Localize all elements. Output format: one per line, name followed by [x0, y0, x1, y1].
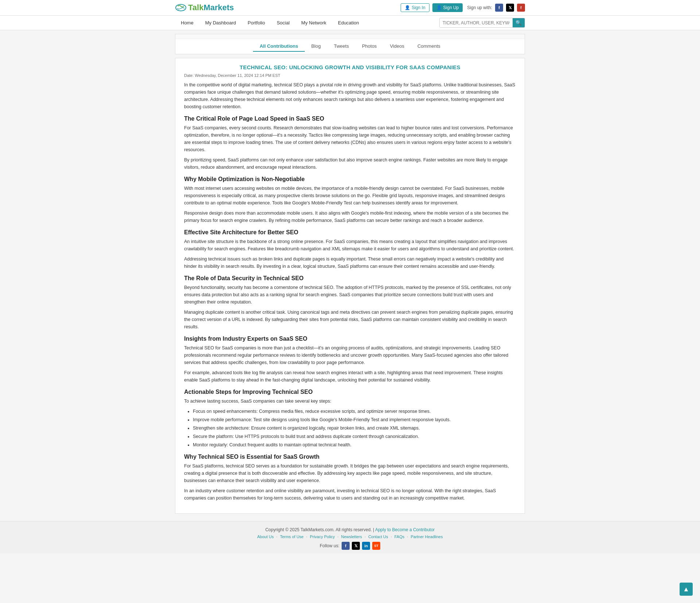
nav-education[interactable]: Education — [332, 16, 365, 30]
partner-link[interactable]: Partner Headlines — [411, 535, 443, 539]
tab-blog[interactable]: Blog — [305, 41, 327, 52]
apply-contributor-link[interactable]: Apply to Become a Contributor — [375, 527, 435, 532]
section-7-heading: Why Technical SEO is Essential for SaaS … — [184, 454, 516, 460]
section-4-p1: Beyond functionality, security has becom… — [184, 284, 516, 306]
section-7-p1: For SaaS platforms, technical SEO serves… — [184, 462, 516, 484]
article-body: In the competitive world of digital mark… — [184, 81, 516, 502]
tab-comments[interactable]: Comments — [411, 41, 447, 52]
section-4-heading: The Role of Data Security in Technical S… — [184, 275, 516, 282]
section-3-p1: An intuitive site structure is the backb… — [184, 238, 516, 252]
twitter-signin-button[interactable]: 𝕏 — [506, 4, 514, 12]
logo-tm: Talk — [188, 3, 203, 12]
signin-label: Sign In — [412, 5, 425, 10]
section-6-heading: Actionable Steps for Improving Technical… — [184, 389, 516, 395]
footer-linkedin-icon[interactable]: in — [362, 542, 370, 550]
signup-label: Sign Up — [443, 5, 459, 10]
footer-twitter-icon[interactable]: 𝕏 — [352, 542, 360, 550]
copyright-text: Copyright © 2025 TalkMarkets.com. All ri… — [265, 527, 374, 532]
footer-copyright: Copyright © 2025 TalkMarkets.com. All ri… — [0, 527, 700, 532]
signin-button[interactable]: 👤 Sign In — [401, 3, 429, 12]
section-6-intro: To achieve lasting success, SaaS compani… — [184, 398, 516, 405]
action-list: Focus on speed enhancements: Compress me… — [193, 408, 516, 449]
tab-all-contributions[interactable]: All Contributions — [253, 41, 304, 52]
author-info-bar — [175, 34, 525, 39]
article-container: TECHNICAL SEO: UNLOCKING GROWTH AND VISI… — [175, 58, 525, 514]
section-1-p1: For SaaS companies, every second counts.… — [184, 124, 516, 153]
footer-links: About Us · Terms of Use · Privacy Policy… — [0, 535, 700, 539]
action-item-2: Improve mobile performance: Test site de… — [193, 416, 516, 423]
article-intro: In the competitive world of digital mark… — [184, 81, 516, 110]
footer-facebook-icon[interactable]: f — [342, 542, 350, 550]
nav-links: Home My Dashboard Portfolio Social My Ne… — [175, 16, 365, 30]
action-item-5: Monitor regularly: Conduct frequent audi… — [193, 441, 516, 449]
search-area: 🔍 — [439, 18, 525, 28]
svg-point-0 — [176, 4, 186, 11]
section-1-p2: By prioritizing speed, SaaS platforms ca… — [184, 156, 516, 171]
header-right: 👤 Sign In 👤 Sign Up Sign up with: f 𝕏 f — [401, 3, 525, 12]
faqs-link[interactable]: FAQs — [394, 535, 405, 539]
nav-portfolio[interactable]: Portfolio — [242, 16, 271, 30]
section-7-p2: In an industry where customer retention … — [184, 487, 516, 502]
logo-area: TalkMarkets — [175, 3, 234, 12]
sign-with-label: Sign up with: — [467, 5, 492, 10]
section-2-p2: Responsive design does more than accommo… — [184, 210, 516, 224]
tab-videos[interactable]: Videos — [383, 41, 411, 52]
about-link[interactable]: About Us — [257, 535, 273, 539]
privacy-link[interactable]: Privacy Policy — [310, 535, 335, 539]
search-button[interactable]: 🔍 — [513, 18, 525, 27]
site-footer: Copyright © 2025 TalkMarkets.com. All ri… — [0, 521, 700, 553]
section-1-heading: The Critical Role of Page Load Speed in … — [184, 115, 516, 122]
facebook-signin-button[interactable]: f — [495, 4, 503, 12]
nav-dashboard[interactable]: My Dashboard — [199, 16, 242, 30]
action-item-1: Focus on speed enhancements: Compress me… — [193, 408, 516, 415]
signup-button[interactable]: 👤 Sign Up — [432, 3, 463, 12]
tab-photos[interactable]: Photos — [355, 41, 383, 52]
action-item-4: Secure the platform: Use HTTPS protocols… — [193, 433, 516, 440]
content-wrapper: All Contributions Blog Tweets Photos Vid… — [175, 30, 525, 521]
section-3-heading: Effective Site Architecture for Better S… — [184, 229, 516, 236]
tabs-row: All Contributions Blog Tweets Photos Vid… — [175, 39, 525, 54]
signin-icon: 👤 — [405, 5, 410, 10]
search-input[interactable] — [440, 19, 513, 27]
nav-network[interactable]: My Network — [295, 16, 332, 30]
follow-label: Follow us: — [320, 543, 339, 548]
date-value: Wednesday, December 11, 2024 12:14 PM ES… — [195, 73, 280, 78]
logo-markets: Markets — [203, 3, 234, 12]
nav-social[interactable]: Social — [271, 16, 295, 30]
signup-icon: 👤 — [436, 5, 442, 10]
article-date: Date: Wednesday, December 11, 2024 12:14… — [184, 73, 516, 78]
section-4-p2: Managing duplicate content is another cr… — [184, 309, 516, 330]
site-header: TalkMarkets 👤 Sign In 👤 Sign Up Sign up … — [0, 0, 700, 16]
section-5-heading: Insights from Industry Experts on SaaS S… — [184, 336, 516, 342]
article-title: TECHNICAL SEO: UNLOCKING GROWTH AND VISI… — [184, 64, 516, 70]
action-item-3: Strengthen site architecture: Ensure con… — [193, 424, 516, 432]
section-5-p2: For example, advanced tools like log fil… — [184, 369, 516, 384]
section-5-p1: Technical SEO for SaaS companies is more… — [184, 344, 516, 366]
logo-icon — [175, 3, 187, 12]
newsletters-link[interactable]: Newsletters — [341, 535, 362, 539]
author-tabs-container: All Contributions Blog Tweets Photos Vid… — [175, 34, 525, 54]
terms-link[interactable]: Terms of Use — [280, 535, 304, 539]
nav-bar: Home My Dashboard Portfolio Social My Ne… — [0, 16, 700, 30]
section-2-p1: With most internet users accessing websi… — [184, 185, 516, 207]
date-label: Date: — [184, 73, 194, 78]
contact-link[interactable]: Contact Us — [368, 535, 388, 539]
section-3-p2: Addressing technical issues such as brok… — [184, 255, 516, 270]
footer-st-icon[interactable]: ST — [372, 542, 380, 550]
logo-text: TalkMarkets — [188, 3, 234, 12]
other-signin-button[interactable]: f — [517, 4, 525, 12]
nav-home[interactable]: Home — [175, 16, 199, 30]
section-2-heading: Why Mobile Optimization is Non-Negotiabl… — [184, 176, 516, 183]
tab-tweets[interactable]: Tweets — [327, 41, 355, 52]
footer-social: Follow us: f 𝕏 in ST — [0, 542, 700, 550]
